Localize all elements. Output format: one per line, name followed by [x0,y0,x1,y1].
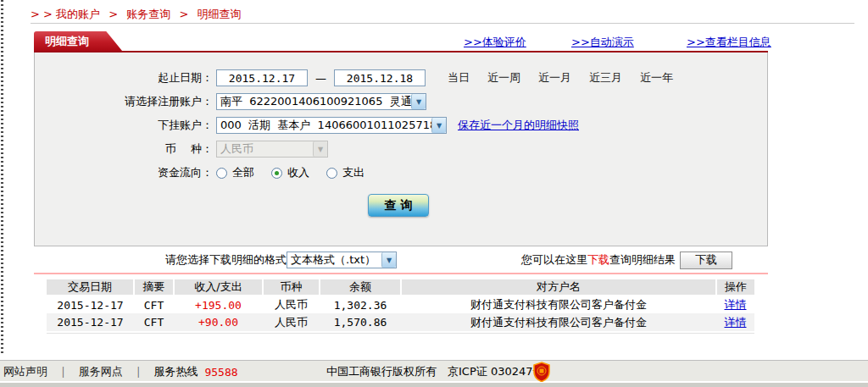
date-dash: — [315,72,326,85]
range-today-link[interactable]: 当日 [448,70,470,86]
breadcrumb-account-query[interactable]: 账务查询 [126,8,170,20]
start-date-input[interactable] [216,69,308,86]
col-amount: 收入/支出 [174,279,263,296]
range-last-month-link[interactable]: 近一月 [538,70,571,86]
flow-radio-all-label: 全部 [232,165,254,180]
breadcrumb-separator: > [108,8,118,20]
registered-account-value: 南平 6222001406100921065 灵通卡 [217,94,411,109]
cell-date: 2015-12-17 [47,296,134,313]
breadcrumb-detail-query[interactable]: 明细查询 [197,8,241,20]
range-last-year-link[interactable]: 近一年 [640,70,673,86]
experience-review-link[interactable]: >>体验评价 [464,35,526,50]
service-outlets-link[interactable]: 服务网点 [79,364,123,379]
table-row: 2015-12-17 CFT +195.00 人民币 1,302.36 财付通支… [47,296,754,313]
radio-icon [216,168,227,179]
range-last-week-link[interactable]: 近一周 [487,70,520,86]
download-format-label: 请您选择下载明细的格式 [165,252,287,268]
column-info-link[interactable]: >>查看栏目信息 [687,35,771,50]
currency-label: 币 种： [35,140,213,158]
date-range-row: 起止日期： — 当日 近一周 近一月 近三月 近一年 [35,69,767,87]
tab-label: 明细查询 [45,35,89,47]
footer-separator: ｜ [58,364,69,379]
download-button[interactable]: 下载 [680,252,732,269]
breadcrumb-divider [31,23,854,24]
col-action: 操作 [716,279,754,296]
registered-account-row: 请选择注册账户： 南平 6222001406100921065 灵通卡 ▼ [35,92,767,111]
table-row: 2015-12-17 CFT +90.00 人民币 1,570.86 财付通支付… [47,313,754,331]
registered-account-select[interactable]: 南平 6222001406100921065 灵通卡 ▼ [216,93,426,110]
chevron-down-icon: ▼ [313,141,327,157]
col-date: 交易日期 [47,279,134,296]
radio-icon [326,168,337,179]
query-form-panel: 起止日期： — 当日 近一周 近一月 近三月 近一年 请选择注册账户： 南平 6… [34,53,768,246]
bottom-strip [0,382,868,387]
flow-radio-income-label: 收入 [287,165,309,180]
hotline-number: 95588 [204,366,237,379]
flow-radio-expense[interactable]: 支出 [326,165,364,180]
detail-link[interactable]: 详情 [725,316,747,329]
security-badge-icon [532,362,551,382]
sub-account-select[interactable]: 000 活期 基本户 1406600101102571848 ▼ [216,117,447,134]
currency-select-disabled: 人民币 ▼ [216,141,328,158]
download-action-group: 您可以在这里下载查询明细结果 下载 [521,251,732,269]
cell-summary: CFT [134,313,174,331]
download-hint: 您可以在这里下载查询明细结果 [521,252,676,268]
breadcrumb-prefix: > > [31,8,53,20]
breadcrumb-my-account[interactable]: 我的账户 [56,8,100,20]
download-format-value: 文本格式（.txt） [287,252,381,268]
sub-account-row: 下挂账户： 000 活期 基本户 1406600101102571848 ▼ 保… [35,116,767,135]
download-format-group: 请您选择下载明细的格式 文本格式（.txt） ▼ [165,251,397,269]
col-currency: 币种 [263,279,320,296]
currency-row: 币 种： 人民币 ▼ [35,140,767,158]
cell-amount: +195.00 [174,296,263,313]
radio-icon [271,168,282,179]
cell-balance: 1,302.36 [320,296,401,313]
sub-account-label: 下挂账户： [35,116,213,135]
flow-radio-expense-label: 支出 [342,165,364,180]
cell-currency: 人民币 [263,296,320,313]
left-dotted-border [1,0,3,356]
hotline-label: 服务热线 [153,364,198,379]
auto-demo-link[interactable]: >>自动演示 [571,35,634,50]
footer: 网站声明 ｜ 服务网点 ｜ 服务热线 95588 中国工商银行版权所有 京ICP… [0,360,868,381]
fund-flow-row: 资金流向： 全部 收入 支出 [35,163,767,182]
col-balance: 余额 [320,279,401,296]
cell-summary: CFT [134,296,174,313]
cell-amount: +90.00 [174,313,263,331]
fund-flow-label: 资金流向： [35,163,213,182]
cell-counterparty: 财付通支付科技有限公司客户备付金 [401,313,716,331]
cell-currency: 人民币 [263,313,320,331]
download-hint-highlight: 下载 [587,253,609,266]
currency-value: 人民币 [217,141,313,157]
footer-separator: ｜ [133,364,144,379]
col-counterparty: 对方户名 [401,279,716,296]
cell-balance: 1,570.86 [320,313,401,331]
end-date-input[interactable] [334,69,426,86]
col-summary: 摘要 [134,279,174,296]
site-statement-link[interactable]: 网站声明 [3,364,47,379]
table-top-divider [34,273,768,274]
table-header-row: 交易日期 摘要 收入/支出 币种 余额 对方户名 操作 [47,279,754,296]
chevron-down-icon: ▼ [411,94,426,109]
detail-link[interactable]: 详情 [725,298,747,311]
transaction-table: 交易日期 摘要 收入/支出 币种 余额 对方户名 操作 2015-12-17 C… [47,279,754,331]
registered-account-label: 请选择注册账户： [35,92,213,111]
cell-counterparty: 财付通支付科技有限公司客户备付金 [401,296,716,313]
quick-ranges: 当日 近一周 近一月 近三月 近一年 [448,70,691,86]
download-format-select[interactable]: 文本格式（.txt） ▼ [287,252,397,268]
icbc-detail-query-page: > > 我的账户 > 账务查询 > 明细查询 明细查询 >>体验评价 >>自动演… [0,0,868,387]
breadcrumb: > > 我的账户 > 账务查询 > 明细查询 [31,7,241,22]
tab-detail-query[interactable]: 明细查询 [34,31,122,51]
sub-account-value: 000 活期 基本户 1406600101102571848 [217,118,431,133]
flow-radio-all[interactable]: 全部 [216,165,254,180]
range-last-3-months-link[interactable]: 近三月 [589,70,622,86]
copyright-text: 中国工商银行版权所有 京ICP证 030247号 [326,364,544,379]
date-range-label: 起止日期： [35,69,213,87]
query-button[interactable]: 查 询 [368,194,429,217]
breadcrumb-separator: > [179,8,188,20]
chevron-down-icon: ▼ [381,252,396,268]
save-snapshot-link[interactable]: 保存近一个月的明细快照 [458,118,579,133]
flow-radio-income[interactable]: 收入 [271,165,309,180]
cell-date: 2015-12-17 [47,313,134,331]
table-bottom-divider [47,333,754,334]
